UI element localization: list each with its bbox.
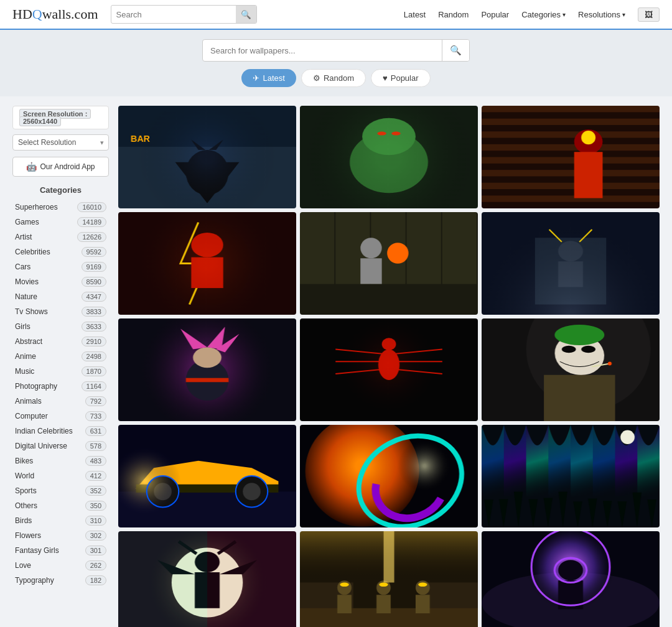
category-item[interactable]: Indian Celebrities 631 <box>12 424 109 439</box>
category-count: 302 <box>85 531 106 541</box>
header-search-button[interactable]: 🔍 <box>236 5 256 24</box>
gallery-item[interactable] <box>300 318 478 421</box>
gallery-thumb <box>118 106 296 208</box>
category-item[interactable]: Birds 310 <box>12 513 109 528</box>
gallery-thumb <box>118 212 296 315</box>
gallery-item[interactable] <box>482 425 660 527</box>
category-name: Animals <box>15 397 42 406</box>
category-name: Cars <box>15 262 30 271</box>
site-logo[interactable]: HDQwalls.com <box>12 6 98 22</box>
category-item[interactable]: Fantasy Girls 301 <box>12 543 109 558</box>
gallery-item[interactable] <box>300 212 478 315</box>
main-search-box[interactable]: 🔍 <box>202 39 470 62</box>
sidebar: Screen Resolution : 2560x1440 Select Res… <box>12 106 109 627</box>
category-name: Superheroes <box>15 203 58 211</box>
resolution-select-wrapper[interactable]: Select Resolution <box>12 134 109 151</box>
nav-latest[interactable]: Latest <box>404 10 426 19</box>
tab-latest-icon: ✈ <box>253 73 259 83</box>
header: HDQwalls.com 🔍 Latest Random Popular Cat… <box>0 0 672 30</box>
categories-title: Categories <box>12 185 109 195</box>
category-item[interactable]: Bikes 483 <box>12 453 109 468</box>
main-layout: Screen Resolution : 2560x1440 Select Res… <box>0 96 672 627</box>
header-search-box[interactable]: 🔍 <box>111 5 257 24</box>
gallery-item[interactable] <box>300 106 478 208</box>
category-count: 182 <box>85 575 106 585</box>
main-search-button[interactable]: 🔍 <box>442 39 469 62</box>
resolution-select[interactable]: Select Resolution <box>12 134 109 151</box>
tab-random-label: Random <box>324 73 354 83</box>
category-item[interactable]: Girls 3633 <box>12 319 109 334</box>
category-item[interactable]: Digital Universe 578 <box>12 439 109 453</box>
category-item[interactable]: Tv Shows 3833 <box>12 304 109 319</box>
category-count: 9592 <box>82 247 106 257</box>
android-app-button[interactable]: 🤖 Our Android App <box>12 157 109 177</box>
category-name: Movies <box>15 277 39 286</box>
category-item[interactable]: Nature 4347 <box>12 289 109 304</box>
gallery-item[interactable] <box>118 425 296 527</box>
category-count: 301 <box>85 546 106 555</box>
tab-latest[interactable]: ✈ Latest <box>241 69 296 87</box>
category-item[interactable]: Artist 12626 <box>12 230 109 244</box>
category-item[interactable]: Photography 1164 <box>12 379 109 394</box>
gallery-thumb <box>482 531 660 627</box>
category-count: 350 <box>85 501 106 511</box>
gallery-item[interactable] <box>300 531 478 627</box>
category-name: Girls <box>15 322 30 331</box>
category-count: 3833 <box>82 307 106 317</box>
nav-categories-dropdown[interactable]: Categories <box>521 10 566 19</box>
header-search-input[interactable] <box>111 10 236 19</box>
category-item[interactable]: Abstract 2910 <box>12 334 109 349</box>
category-count: 792 <box>85 396 106 406</box>
category-count: 2498 <box>82 351 106 361</box>
gallery-item[interactable] <box>482 318 660 421</box>
gallery-thumb <box>300 106 478 208</box>
category-name: Flowers <box>15 531 41 540</box>
category-item[interactable]: Superheroes 16010 <box>12 200 109 215</box>
tab-random[interactable]: ⚙ Random <box>301 69 366 87</box>
category-count: 1164 <box>82 381 106 391</box>
header-icon-button[interactable]: 🖼 <box>638 7 660 22</box>
gallery-thumb <box>118 531 296 627</box>
category-item[interactable]: Animals 792 <box>12 394 109 409</box>
tab-popular-icon: ♥ <box>383 73 388 83</box>
tab-popular[interactable]: ♥ Popular <box>371 69 431 87</box>
category-item[interactable]: Celebrities 9592 <box>12 244 109 259</box>
gallery-item[interactable] <box>118 212 296 315</box>
gallery-thumb <box>300 531 478 627</box>
gallery-item[interactable] <box>118 531 296 627</box>
header-nav: Latest Random Popular Categories Resolut… <box>404 7 660 22</box>
category-name: Artist <box>15 233 32 241</box>
category-item[interactable]: Movies 8590 <box>12 274 109 289</box>
nav-resolutions-dropdown[interactable]: Resolutions <box>578 10 625 19</box>
gallery-grid <box>118 106 660 627</box>
gallery-item[interactable] <box>118 318 296 421</box>
category-item[interactable]: Flowers 302 <box>12 528 109 543</box>
category-item[interactable]: Typography 182 <box>12 573 109 588</box>
gallery-thumb <box>118 318 296 421</box>
category-count: 14189 <box>77 217 106 227</box>
category-item[interactable]: Sports 352 <box>12 483 109 498</box>
category-count: 733 <box>85 411 106 421</box>
gallery-item[interactable] <box>300 425 478 527</box>
category-item[interactable]: Music 1870 <box>12 364 109 379</box>
category-name: Photography <box>15 382 57 391</box>
gallery <box>118 106 660 627</box>
gallery-item[interactable] <box>482 212 660 315</box>
gallery-item[interactable] <box>482 106 660 208</box>
category-item[interactable]: Anime 2498 <box>12 349 109 364</box>
category-item[interactable]: Others 350 <box>12 498 109 513</box>
category-name: Fantasy Girls <box>15 546 59 555</box>
gallery-item[interactable] <box>118 106 296 208</box>
category-item[interactable]: World 412 <box>12 468 109 483</box>
category-item[interactable]: Cars 9169 <box>12 259 109 274</box>
gallery-item[interactable] <box>482 531 660 627</box>
nav-random[interactable]: Random <box>438 10 469 19</box>
gallery-thumb <box>300 318 478 421</box>
category-item[interactable]: Computer 733 <box>12 409 109 424</box>
main-search-input[interactable] <box>203 46 442 55</box>
nav-popular[interactable]: Popular <box>481 10 509 19</box>
gallery-thumb <box>300 212 478 315</box>
category-item[interactable]: Games 14189 <box>12 215 109 230</box>
android-app-label: Our Android App <box>40 162 95 171</box>
category-item[interactable]: Love 262 <box>12 558 109 573</box>
